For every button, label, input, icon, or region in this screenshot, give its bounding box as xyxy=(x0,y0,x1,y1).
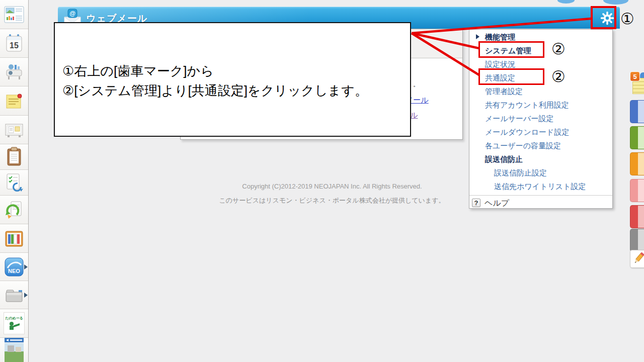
menu-item-shared-account[interactable]: 共有アカウント利用設定 xyxy=(469,98,612,112)
circulation-icon xyxy=(5,172,23,193)
cabinet-icon xyxy=(5,229,24,247)
rail-item-blue-folder[interactable] xyxy=(630,100,644,123)
instruction-line: ①右上の[歯車マーク]から xyxy=(62,61,410,81)
sidebar-item-clipboard[interactable] xyxy=(0,144,28,170)
rail-item-red-folder[interactable] xyxy=(630,205,644,228)
step-number-1: ① xyxy=(620,11,634,28)
menu-item-label: メールダウンロード設定 xyxy=(485,128,569,136)
dialog-partial-visited-link[interactable]: ル xyxy=(410,111,418,120)
sidebar-item-bulletin-board[interactable] xyxy=(0,116,28,144)
sidebar-item-calendar[interactable]: 15 xyxy=(0,29,28,58)
toolbar-cutoff-icon xyxy=(557,0,575,4)
toolbar-cutoff-icon xyxy=(603,0,628,5)
sidebar-item-presentation[interactable] xyxy=(0,58,28,86)
menu-item-label: 各ユーザーの容量設定 xyxy=(485,141,561,150)
sidebar-item-cabinet[interactable] xyxy=(0,224,28,253)
help-icon: ? xyxy=(472,199,480,207)
rail-item-green-folder[interactable] xyxy=(630,126,644,149)
step-number-2: ② xyxy=(551,41,566,58)
calendar-icon: 15 xyxy=(5,34,23,53)
sidebar-item-tanomeru[interactable]: たのめーる xyxy=(0,309,28,338)
sidebar-item-workflow[interactable] xyxy=(0,196,28,224)
bulletin-board-icon xyxy=(5,121,24,138)
sidebar-item-banner[interactable] xyxy=(0,338,28,362)
menu-item-help[interactable]: ? ヘルプ xyxy=(469,196,612,210)
pencil-icon xyxy=(630,250,644,268)
sidebar-item-folder[interactable] xyxy=(0,281,28,309)
tanomeru-label: たのめーる xyxy=(5,316,23,321)
menu-item-missend-settings[interactable]: 誤送信防止設定 xyxy=(469,166,612,179)
menu-item-mail-download[interactable]: メールダウンロード設定 xyxy=(469,125,612,139)
tanomeru-mascot-icon xyxy=(5,321,24,331)
rail-item-orange-folder[interactable] xyxy=(630,152,644,175)
green-folder-icon xyxy=(630,126,644,149)
menu-item-mail-server[interactable]: メールサーバー設定 xyxy=(469,112,612,125)
sticky-note-icon xyxy=(5,93,23,110)
workflow-icon xyxy=(5,200,24,220)
blue-folder-icon xyxy=(630,100,644,123)
portal-icon xyxy=(4,6,24,23)
menu-item-setting-status[interactable]: 設定状況 xyxy=(469,57,612,71)
menu-item-common-settings[interactable]: 共通設定 xyxy=(469,71,612,84)
flyout-arrow-icon xyxy=(24,264,28,269)
rail-item-edit[interactable] xyxy=(630,250,644,268)
settings-dropdown-menu: 機能管理 システム管理 設定状況 共通設定 管理者設定 共有アカウント利用設定 … xyxy=(469,29,613,209)
flyout-arrow-icon xyxy=(24,293,28,298)
sidebar-item-note[interactable] xyxy=(0,86,28,116)
red-folder-icon xyxy=(630,205,644,228)
sidebar-item-circulation[interactable] xyxy=(0,170,28,196)
menu-item-label: ヘルプ xyxy=(485,196,509,210)
presentation-icon xyxy=(5,63,24,80)
menu-item-function-admin[interactable]: 機能管理 xyxy=(469,30,612,44)
calendar-day: 15 xyxy=(10,41,19,50)
app-launcher-sidebar: 15 xyxy=(0,0,29,362)
menu-item-label: メールサーバー設定 xyxy=(485,114,553,123)
menu-item-label: 管理者設定 xyxy=(485,87,523,96)
pink-folder-icon xyxy=(630,179,644,202)
submenu-arrow-icon xyxy=(476,34,479,39)
menu-item-label: 機能管理 xyxy=(485,33,515,41)
instruction-callout: ①右上の[歯車マーク]から ②[システム管理]より[共通設定]をクリックします。 xyxy=(54,22,411,137)
menu-item-label: 誤送信防止 xyxy=(485,155,523,163)
menu-item-user-quota[interactable]: 各ユーザーの容量設定 xyxy=(469,139,612,152)
folder-icon xyxy=(5,287,24,303)
instruction-line: ②[システム管理]より[共通設定]をクリックします。 xyxy=(62,81,410,101)
menu-item-label: 誤送信防止設定 xyxy=(494,168,547,177)
dialog-text-fragment: 。 xyxy=(413,80,420,89)
at-sign: @ xyxy=(69,10,75,17)
menu-item-label: 送信先ホワイトリスト設定 xyxy=(494,182,586,191)
menu-item-admin-settings[interactable]: 管理者設定 xyxy=(469,84,612,98)
gear-icon[interactable] xyxy=(597,10,618,27)
sidebar-item-portal[interactable] xyxy=(0,0,28,29)
rail-item-gray-folder[interactable] xyxy=(630,229,644,252)
clipboard-icon xyxy=(6,147,23,167)
menu-item-label: システム管理 xyxy=(485,46,531,55)
sidebar-item-neo[interactable]: NEO xyxy=(0,253,28,281)
menu-item-label: 設定状況 xyxy=(485,60,515,68)
gray-folder-icon xyxy=(630,229,644,252)
photo-banner-icon xyxy=(4,338,24,362)
menu-item-system-admin[interactable]: システム管理 xyxy=(469,44,612,57)
tanomeru-icon: たのめーる xyxy=(4,312,25,334)
menu-item-missend-prevention[interactable]: 誤送信防止 xyxy=(469,152,612,166)
notification-badge: 5 xyxy=(630,71,640,81)
rail-item-notes[interactable]: 5 xyxy=(630,71,644,96)
menu-item-label: 共通設定 xyxy=(485,73,515,82)
menu-item-whitelist-settings[interactable]: 送信先ホワイトリスト設定 xyxy=(469,179,612,193)
rail-item-pink-folder[interactable] xyxy=(630,179,644,202)
app-root: 15 xyxy=(0,0,644,362)
step-number-2: ② xyxy=(551,68,566,85)
menu-item-label: 共有アカウント利用設定 xyxy=(485,101,569,109)
orange-folder-icon xyxy=(630,152,644,175)
neo-label: NEO xyxy=(8,268,20,274)
neo-app-icon: NEO xyxy=(5,257,24,277)
